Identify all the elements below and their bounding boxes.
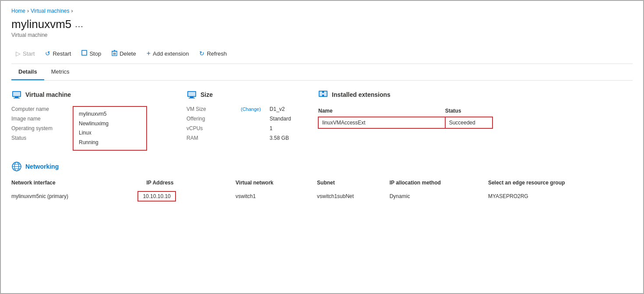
- net-vnet-0: vswitch1: [227, 188, 317, 204]
- net-col-allocation: IP allocation method: [390, 178, 488, 188]
- refresh-button[interactable]: ↻ Refresh: [195, 47, 231, 60]
- network-table: Network interface IP Address Virtual net…: [11, 178, 633, 204]
- net-col-ip: IP Address: [120, 178, 227, 188]
- net-col-vnet: Virtual network: [227, 178, 317, 188]
- breadcrumb-sep2: ›: [71, 8, 73, 14]
- start-button[interactable]: ▷ Start: [11, 47, 39, 60]
- refresh-icon: ↻: [199, 50, 204, 57]
- extensions-section: Installed extensions Name Status linuxVM…: [318, 89, 493, 129]
- more-options-button[interactable]: ...: [75, 19, 84, 29]
- label-vcpus: vCPUs: [187, 125, 261, 131]
- breadcrumb-home[interactable]: Home: [11, 8, 25, 14]
- toolbar: ▷ Start ↺ Restart Stop Delete + Add exte…: [11, 43, 633, 64]
- add-extension-label: Add extension: [153, 50, 189, 57]
- ext-row-0: linuxVMAccessExt Succeeded: [318, 117, 493, 128]
- value-offering: Standard: [270, 116, 291, 122]
- delete-button[interactable]: Delete: [107, 47, 141, 60]
- size-section-icon: [187, 89, 197, 100]
- label-os: Operating system: [11, 125, 64, 131]
- top-sections: Virtual machine Computer name Image name…: [11, 89, 633, 151]
- stop-label: Stop: [89, 50, 101, 57]
- restart-icon: ↺: [45, 50, 50, 57]
- delete-label: Delete: [120, 50, 136, 57]
- label-image-name: Image name: [11, 116, 64, 122]
- delete-icon: [112, 50, 117, 57]
- label-computer-name: Computer name: [11, 106, 64, 112]
- restart-button[interactable]: ↺ Restart: [41, 47, 75, 60]
- vm-section: Virtual machine Computer name Image name…: [11, 89, 187, 151]
- vm-title-row: mylinuxvm5 ...: [11, 18, 633, 31]
- label-ram: RAM: [187, 135, 261, 141]
- size-values: D1_v2 Standard 1 3.58 GB: [270, 106, 291, 145]
- value-image-name: Newlinuximg: [79, 119, 120, 129]
- value-status: Running: [79, 138, 120, 148]
- svg-rect-9: [14, 98, 20, 99]
- main-content: Virtual machine Computer name Image name…: [11, 81, 633, 213]
- net-col-subnet: Subnet: [317, 178, 390, 188]
- tabs: Details Metrics: [11, 64, 633, 81]
- extensions-section-icon: [318, 89, 328, 100]
- size-section: Size VM Size (Change) Offering vCPUs RAM…: [187, 89, 318, 145]
- start-label: Start: [23, 50, 35, 57]
- size-section-title: Size: [201, 91, 213, 98]
- value-vm-size: D1_v2: [270, 106, 291, 112]
- svg-rect-0: [82, 50, 87, 55]
- svg-rect-8: [15, 97, 18, 98]
- extensions-section-title: Installed extensions: [332, 91, 391, 98]
- vm-section-title: Virtual machine: [25, 91, 71, 98]
- networking-section: Networking Network interface IP Address …: [11, 161, 633, 204]
- breadcrumb-sep1: ›: [27, 8, 29, 14]
- vm-size-change-link[interactable]: (Change): [241, 106, 261, 112]
- label-status: Status: [11, 135, 64, 141]
- vm-values-box: mylinuxvm5 Newlinuximg Linux Running: [73, 106, 147, 151]
- value-computer-name: mylinuxvm5: [79, 110, 120, 119]
- extensions-table: Name Status linuxVMAccessExt Succeeded: [318, 106, 493, 129]
- net-subnet-0: vswitch1subNet: [317, 188, 390, 204]
- ext-name-0: linuxVMAccessExt: [318, 117, 445, 128]
- tab-metrics[interactable]: Metrics: [44, 64, 77, 80]
- vm-section-icon: [11, 89, 22, 100]
- extensions-section-header: Installed extensions: [318, 89, 493, 100]
- ext-col-status: Status: [445, 106, 493, 117]
- add-extension-icon: +: [147, 50, 151, 57]
- stop-icon: [81, 50, 87, 57]
- net-ip-0: 10.10.10.10: [120, 188, 227, 204]
- ip-address-box: 10.10.10.10: [137, 191, 176, 202]
- svg-rect-14: [189, 98, 195, 99]
- ext-col-name: Name: [318, 106, 445, 117]
- tab-details[interactable]: Details: [11, 64, 44, 80]
- net-row-0: mylinuxvm5nic (primary) 10.10.10.10 vswi…: [11, 188, 633, 204]
- stop-button[interactable]: Stop: [77, 47, 106, 60]
- svg-rect-20: [322, 91, 324, 93]
- value-vcpus: 1: [270, 125, 291, 131]
- net-col-rg: Select an edge resource group: [488, 178, 633, 188]
- networking-icon: [11, 161, 22, 172]
- size-details-container: VM Size (Change) Offering vCPUs RAM D1_v…: [187, 106, 300, 145]
- vm-details-container: Computer name Image name Operating syste…: [11, 106, 169, 151]
- svg-rect-21: [322, 95, 324, 96]
- networking-title: Networking: [25, 163, 59, 170]
- ext-status-0: Succeeded: [445, 117, 493, 128]
- value-ram: 3.58 GB: [270, 135, 291, 141]
- size-labels: VM Size (Change) Offering vCPUs RAM: [187, 106, 261, 145]
- size-section-header: Size: [187, 89, 300, 100]
- svg-rect-13: [190, 97, 194, 98]
- add-extension-button[interactable]: + Add extension: [142, 47, 194, 60]
- vm-labels: Computer name Image name Operating syste…: [11, 106, 64, 151]
- label-vm-size: VM Size: [187, 106, 239, 112]
- networking-header: Networking: [11, 161, 633, 172]
- svg-rect-11: [13, 92, 20, 96]
- net-col-interface: Network interface: [11, 178, 120, 188]
- refresh-label: Refresh: [207, 50, 227, 57]
- value-os: Linux: [79, 128, 120, 138]
- net-allocation-0: Dynamic: [390, 188, 488, 204]
- vm-subtitle: Virtual machine: [11, 32, 633, 38]
- start-icon: ▷: [16, 50, 21, 57]
- vm-section-header: Virtual machine: [11, 89, 169, 100]
- vm-name: mylinuxvm5: [11, 18, 71, 31]
- net-rg-0: MYASEPRO2RG: [488, 188, 633, 204]
- net-interface-0: mylinuxvm5nic (primary): [11, 188, 120, 204]
- breadcrumb-vms[interactable]: Virtual machines: [31, 8, 70, 14]
- svg-rect-16: [188, 92, 195, 96]
- label-offering: Offering: [187, 116, 261, 122]
